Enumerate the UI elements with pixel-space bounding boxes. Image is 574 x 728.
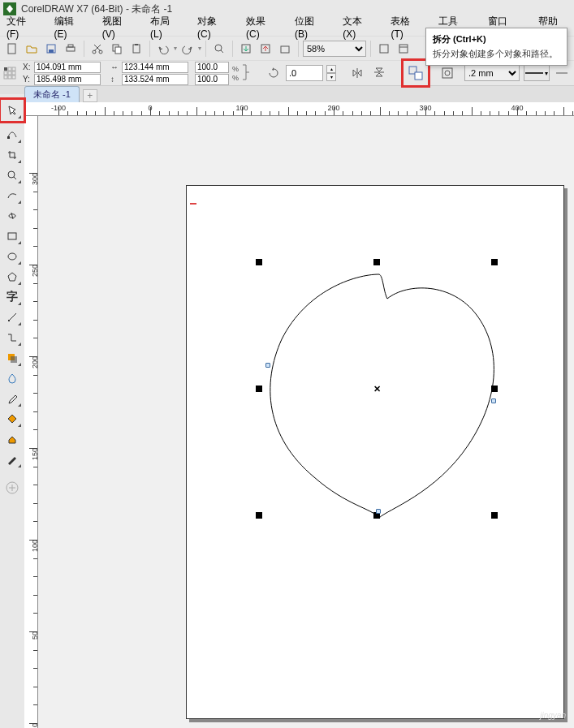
redo-icon[interactable]: [179, 40, 196, 58]
svg-rect-8: [115, 47, 121, 54]
freehand-tool[interactable]: [2, 187, 22, 205]
mirror-h-icon[interactable]: [349, 64, 367, 82]
height-icon: ↕: [110, 75, 120, 84]
x-input[interactable]: [34, 62, 101, 73]
node-left[interactable]: [265, 363, 270, 368]
import-icon[interactable]: [237, 40, 255, 58]
rectangle-tool[interactable]: [2, 227, 22, 245]
start-arrow-icon[interactable]: [553, 64, 571, 82]
export-icon[interactable]: [257, 40, 274, 58]
h-input[interactable]: [122, 74, 188, 85]
selected-shape[interactable]: [257, 266, 517, 534]
shape-tool[interactable]: [2, 126, 22, 144]
transparency-tool[interactable]: [2, 369, 22, 387]
menu-object[interactable]: 对象(C): [194, 13, 233, 41]
svg-rect-49: [11, 356, 17, 363]
menu-bitmap[interactable]: 位图(B): [291, 13, 330, 41]
undo-icon[interactable]: [154, 40, 172, 58]
zoom-tool[interactable]: [2, 166, 22, 184]
separator: [205, 41, 206, 57]
y-input[interactable]: [34, 74, 101, 85]
ellipse-tool[interactable]: [2, 248, 22, 265]
position-icon: [3, 62, 19, 84]
svg-point-42: [8, 171, 15, 178]
rotation-input[interactable]: [286, 65, 323, 81]
fullscreen-icon[interactable]: [375, 40, 393, 58]
drop-shadow-tool[interactable]: [2, 349, 22, 367]
interactive-fill-tool[interactable]: [2, 410, 22, 428]
new-icon[interactable]: [3, 40, 21, 58]
cut-icon[interactable]: [88, 40, 106, 58]
horizontal-ruler[interactable]: -1000100200300400: [24, 102, 574, 116]
crop-tool[interactable]: [2, 146, 22, 164]
menu-effect[interactable]: 效果(C): [243, 13, 282, 41]
rotation-spinner[interactable]: ▴▾: [326, 65, 336, 81]
menu-view[interactable]: 视图(V): [99, 13, 137, 41]
svg-line-12: [221, 50, 223, 53]
scale-x-input[interactable]: [195, 62, 229, 73]
svg-rect-10: [135, 44, 138, 45]
pick-tool[interactable]: [2, 101, 22, 119]
connector-tool[interactable]: [2, 329, 22, 347]
line-style-select[interactable]: ▾: [524, 65, 550, 81]
watermark: jingyan: [540, 711, 566, 720]
svg-line-46: [8, 313, 16, 321]
svg-rect-33: [8, 75, 11, 79]
copy-icon[interactable]: [108, 40, 126, 58]
menu-edit[interactable]: 编辑(E): [51, 13, 89, 41]
add-tab-button[interactable]: +: [83, 89, 97, 102]
svg-rect-44: [8, 233, 16, 239]
menu-file[interactable]: 文件(F): [3, 13, 41, 41]
parallel-dim-tool[interactable]: [2, 308, 22, 326]
menu-table[interactable]: 表格(T): [387, 13, 425, 41]
menu-text[interactable]: 文本(X): [339, 13, 378, 41]
node-right[interactable]: [491, 398, 496, 403]
show-rulers-icon[interactable]: [395, 40, 412, 58]
text-tool[interactable]: 字: [2, 288, 22, 306]
handle-ml[interactable]: [256, 386, 262, 392]
separator: [84, 41, 84, 57]
save-icon[interactable]: [42, 40, 60, 58]
svg-rect-27: [8, 67, 11, 71]
handle-tl[interactable]: [256, 259, 262, 265]
search-icon[interactable]: [210, 40, 228, 58]
lock-ratio-icon[interactable]: [242, 62, 255, 85]
toolbox: 字: [0, 94, 24, 728]
svg-rect-15: [281, 46, 289, 53]
handle-br[interactable]: [491, 512, 498, 519]
eyedropper-tool[interactable]: [2, 390, 22, 407]
print-icon[interactable]: [62, 40, 80, 58]
canvas-viewport[interactable]: ✕ jingyan: [38, 116, 574, 728]
handle-tc[interactable]: [373, 259, 380, 265]
w-input[interactable]: [122, 62, 188, 73]
handle-mr[interactable]: [491, 386, 498, 392]
menu-layout[interactable]: 布局(L): [147, 13, 184, 41]
separator: [370, 41, 371, 57]
doc-tab[interactable]: 未命名 -1: [24, 86, 80, 102]
separator: [232, 41, 233, 57]
width-icon: ↔: [110, 62, 120, 71]
handle-bl[interactable]: [256, 512, 262, 519]
svg-rect-36: [415, 72, 422, 80]
polygon-tool[interactable]: [2, 268, 22, 286]
smart-drawing-tool[interactable]: [2, 207, 22, 225]
quick-customize-icon[interactable]: [2, 479, 22, 497]
zoom-select[interactable]: 58%: [303, 41, 366, 57]
node-bottom[interactable]: [376, 509, 381, 514]
break-apart-button[interactable]: [407, 64, 425, 82]
y-label: Y:: [23, 75, 32, 84]
outline-pen-tool[interactable]: [2, 450, 22, 468]
wrap-icon[interactable]: [438, 64, 456, 82]
scale-y-input[interactable]: [195, 74, 229, 85]
vertical-ruler[interactable]: 300250200150100500: [24, 116, 38, 728]
outline-width-select[interactable]: .2 mm: [464, 65, 520, 81]
svg-rect-26: [4, 67, 7, 71]
tooltip-body: 拆分对象创建多个对象和路径。: [433, 48, 560, 60]
paste-icon[interactable]: [127, 40, 145, 58]
smart-fill-tool[interactable]: [2, 430, 22, 448]
publish-icon[interactable]: [276, 40, 294, 58]
handle-tr[interactable]: [491, 259, 498, 265]
open-icon[interactable]: [23, 40, 41, 58]
svg-rect-30: [8, 71, 11, 75]
mirror-v-icon[interactable]: [370, 64, 388, 82]
